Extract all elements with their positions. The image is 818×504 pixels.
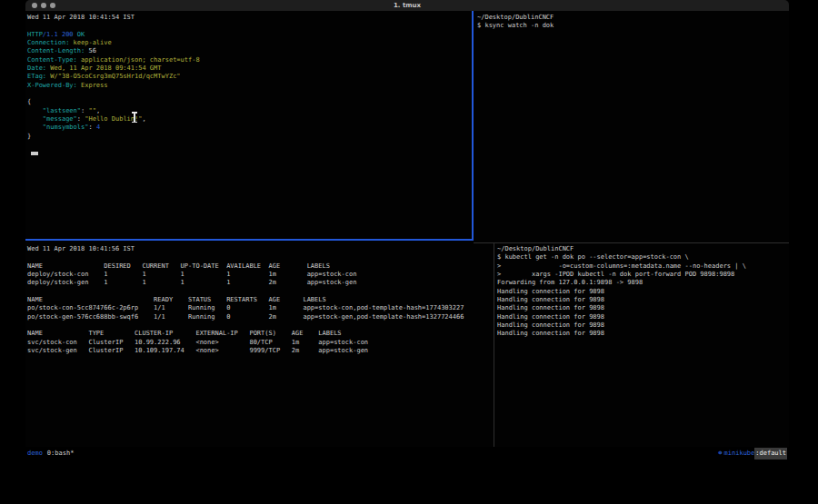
text-segment: deploy/stock-gen 1 1 1 1 2m app=stock-ge… — [27, 279, 356, 286]
terminal-line: "numsymbols": 4 — [27, 124, 474, 132]
terminal-line: X-Powered-By: Express — [27, 82, 474, 90]
text-segment: Handling connection for 9898 — [497, 296, 604, 303]
text-segment — [27, 107, 43, 114]
text-segment: Connection: — [27, 39, 69, 46]
terminal-line: Handling connection for 9898 — [497, 313, 789, 321]
pane-http-response[interactable]: Wed 11 Apr 2018 10:41:54 ISTHTTP/1.1 200… — [25, 11, 474, 242]
text-segment: Handling connection for 9898 — [497, 288, 604, 295]
kubernetes-helm-icon: ☸ — [718, 448, 722, 460]
terminal-line: > xargs -IPOD kubectl -n dok port-forwar… — [497, 271, 789, 279]
window-tab-bash[interactable]: 0:bash* — [47, 448, 75, 460]
text-segment: Forwarding from 127.0.0.1:9898 -> 9898 — [497, 279, 643, 286]
terminal-line — [27, 288, 495, 296]
terminal-line: Handling connection for 9898 — [497, 304, 789, 312]
session-name: demo — [27, 448, 43, 460]
terminal-line — [27, 90, 474, 98]
text-segment: > xargs -IPOD kubectl -n dok port-forwar… — [497, 271, 734, 278]
text-segment: "" — [88, 107, 95, 114]
terminal-line — [27, 321, 495, 330]
text-segment: : — [88, 124, 95, 131]
text-segment: { — [27, 98, 31, 105]
pane-ksync[interactable]: ~/Desktop/DublinCNCF$ ksync watch -n dok — [474, 11, 789, 242]
text-segment: keep-alive — [69, 39, 111, 46]
terminal-line — [27, 150, 474, 158]
text-segment: ~/Desktop/DublinCNCF — [497, 245, 574, 252]
terminal-line: $ kubectl get -n dok po --selector=app=s… — [497, 253, 789, 262]
pane-divider-vertical-bottom — [494, 242, 494, 447]
terminal-line: Handling connection for 9898 — [497, 296, 789, 304]
text-segment: Wed 11 Apr 2018 10:41:56 IST — [27, 245, 135, 252]
terminal-cursor — [31, 152, 38, 155]
text-segment: , — [142, 115, 145, 123]
terminal-line: po/stock-con-5cc874766c-2p6rp 1/1 Runnin… — [27, 304, 495, 312]
terminal-line — [27, 253, 495, 262]
text-segment: svc/stock-gen ClusterIP 10.109.197.74 <n… — [27, 347, 368, 354]
text-segment: : — [77, 115, 85, 123]
traffic-lights — [32, 3, 55, 8]
pane-divider-horizontal-left — [25, 239, 474, 241]
text-segment: "lastseen" — [43, 107, 81, 114]
kube-namespace: :default — [754, 448, 787, 460]
terminal-line: > -o=custom-columns=:metadata.name --no-… — [497, 262, 789, 271]
terminal-line: ETag: W/"38-O5coCsrg3mQ75sHr1d/qcMTwYZc" — [27, 73, 474, 81]
window-titlebar: 1. tmux — [25, 0, 789, 11]
terminal-line — [27, 22, 474, 30]
text-segment: Wed, 11 Apr 2018 09:41:54 GMT — [46, 64, 161, 72]
text-segment: NAME TYPE CLUSTER-IP EXTERNAL-IP PORT(S)… — [27, 330, 342, 337]
terminal-line: ~/Desktop/DublinCNCF — [477, 14, 789, 22]
tmux-status-bar: demo 0:bash* ☸ minikube :default — [25, 447, 789, 460]
text-segment: 4 — [96, 124, 100, 131]
text-segment: po/stock-con-5cc874766c-2p6rp 1/1 Runnin… — [27, 304, 464, 311]
text-segment: W/"38-O5coCsrg3mQ75sHr1d/qcMTwYZc" — [46, 73, 181, 80]
terminal-line: "lastseen": "", — [27, 107, 474, 115]
terminal-line: deploy/stock-con 1 1 1 1 1m app=stock-co… — [27, 271, 495, 279]
text-segment: Handling connection for 9898 — [497, 321, 604, 329]
text-segment: $ ksync watch -n dok — [477, 22, 554, 29]
text-segment: Express — [77, 82, 108, 89]
text-segment: "message" — [43, 115, 77, 123]
text-segment: , — [96, 107, 100, 114]
terminal-line: $ ksync watch -n dok — [477, 22, 789, 30]
terminal-line: po/stock-gen-576cc688bb-swqf6 1/1 Runnin… — [27, 313, 495, 321]
terminal-window: 1. tmux Wed 11 Apr 2018 10:41:54 ISTHTTP… — [25, 0, 789, 460]
text-segment: application/json; charset=utf-8 — [77, 56, 200, 64]
text-segment: $ kubectl get -n dok po --selector=app=s… — [497, 253, 689, 261]
terminal-line: Content-Length: 56 — [27, 47, 474, 55]
text-segment: deploy/stock-con 1 1 1 1 1m app=stock-co… — [27, 271, 356, 278]
text-segment: NAME READY STATUS RESTARTS AGE LABELS — [27, 296, 326, 303]
minimize-button[interactable] — [41, 3, 46, 8]
text-segment: ~/Desktop/DublinCNCF — [477, 14, 554, 21]
text-segment: 56 — [85, 47, 96, 54]
text-segment: Content-Length: — [27, 47, 85, 54]
pane-port-forward[interactable]: ~/Desktop/DublinCNCF$ kubectl get -n dok… — [494, 244, 789, 447]
terminal-line: NAME DESIRED CURRENT UP-TO-DATE AVAILABL… — [27, 262, 495, 271]
text-segment: ETag: — [27, 73, 46, 80]
terminal-line: NAME TYPE CLUSTER-IP EXTERNAL-IP PORT(S)… — [27, 330, 495, 338]
text-segment: } — [27, 133, 31, 140]
pane-divider-vertical-top — [472, 11, 474, 241]
terminal-line: svc/stock-con ClusterIP 10.99.222.96 <no… — [27, 339, 495, 347]
terminal-line: } — [27, 133, 474, 141]
terminal-line: Date: Wed, 11 Apr 2018 09:41:54 GMT — [27, 64, 474, 73]
text-segment: HTTP — [27, 31, 43, 38]
close-button[interactable] — [32, 3, 37, 8]
text-segment: /1.1 200 — [43, 31, 77, 38]
text-segment: X-Powered-By: — [27, 82, 77, 89]
text-segment: OK — [77, 31, 85, 38]
terminal-line: Handling connection for 9898 — [497, 288, 789, 296]
window-title: 1. tmux — [25, 0, 789, 11]
terminal-line: ~/Desktop/DublinCNCF — [497, 245, 789, 253]
terminal-line: "message": "Hello Dublin!", — [27, 115, 474, 124]
text-segment — [27, 124, 43, 131]
mouse-ibeam-cursor — [134, 113, 135, 122]
text-segment: > -o=custom-columns=:metadata.name --no-… — [497, 262, 746, 270]
desktop: 1. tmux Wed 11 Apr 2018 10:41:54 ISTHTTP… — [0, 0, 818, 504]
terminal-line: HTTP/1.1 200 OK — [27, 31, 474, 39]
status-right: ☸ minikube :default — [718, 448, 787, 460]
zoom-button[interactable] — [50, 3, 55, 8]
status-left: demo 0:bash* — [27, 448, 74, 460]
text-segment: Content-Type: — [27, 56, 77, 64]
pane-kubectl-resources[interactable]: Wed 11 Apr 2018 10:41:56 ISTNAME DESIRED… — [25, 244, 495, 447]
terminal-line: NAME READY STATUS RESTARTS AGE LABELS — [27, 296, 495, 304]
kube-context: minikube — [724, 448, 755, 460]
